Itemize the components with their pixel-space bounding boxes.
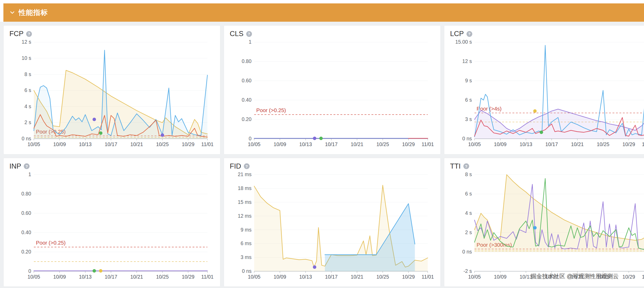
fid-chart-canvas[interactable]: 0 ns3 ms6 ms9 ms12 ms15 ms18 ms21 ms10/0…: [229, 171, 436, 286]
metric-card-lcp: LCP ? 0 ns3 s6 s9 s12 s15.00 s10/0510/09…: [444, 25, 644, 154]
svg-text:10/13: 10/13: [299, 274, 312, 280]
card-header: INP ?: [9, 162, 215, 170]
svg-text:10/05: 10/05: [468, 274, 481, 280]
svg-text:10/09: 10/09: [494, 142, 507, 147]
svg-text:10/25: 10/25: [376, 274, 389, 280]
card-header: FID ?: [230, 162, 436, 170]
svg-text:10/29: 10/29: [182, 142, 194, 147]
svg-text:2 s: 2 s: [465, 230, 472, 235]
svg-text:11/01: 11/01: [422, 142, 434, 147]
svg-text:10/25: 10/25: [597, 142, 609, 147]
svg-text:11/01: 11/01: [642, 274, 644, 280]
fcp-chart-canvas[interactable]: 0 ns2 s4 s6 s8 s10 s12 s10/0510/0910/131…: [8, 38, 215, 153]
svg-text:12 ms: 12 ms: [238, 213, 252, 218]
svg-text:10/17: 10/17: [325, 274, 337, 280]
svg-text:10/25: 10/25: [156, 274, 169, 280]
svg-text:10/21: 10/21: [571, 142, 584, 147]
help-icon[interactable]: ?: [26, 31, 32, 37]
chevron-down-icon: [10, 10, 15, 15]
svg-text:10/05: 10/05: [248, 142, 260, 147]
svg-text:1: 1: [249, 39, 252, 45]
svg-text:10/25: 10/25: [156, 142, 169, 147]
cls-chart-canvas[interactable]: 00.200.400.600.80110/0510/0910/1310/1710…: [229, 38, 436, 153]
svg-text:10/05: 10/05: [468, 142, 481, 147]
svg-text:10/13: 10/13: [79, 142, 91, 147]
svg-text:0 ns: 0 ns: [462, 249, 472, 255]
svg-text:10/09: 10/09: [274, 274, 286, 280]
chart-title: TTI: [450, 162, 461, 170]
svg-text:10/09: 10/09: [274, 142, 286, 147]
svg-text:10/17: 10/17: [105, 142, 117, 147]
chart-title: LCP: [450, 30, 464, 38]
help-icon[interactable]: ?: [244, 163, 250, 169]
help-icon[interactable]: ?: [463, 163, 469, 169]
metric-card-fcp: FCP ? 0 ns2 s4 s6 s8 s10 s12 s10/0510/09…: [3, 25, 220, 154]
svg-text:4 s: 4 s: [465, 210, 472, 216]
svg-text:11/01: 11/01: [642, 142, 644, 147]
svg-text:10/29: 10/29: [623, 142, 635, 147]
svg-text:8 s: 8 s: [465, 172, 472, 177]
svg-text:3 s: 3 s: [465, 117, 472, 122]
svg-text:12 s: 12 s: [462, 59, 472, 64]
svg-text:10/05: 10/05: [27, 142, 40, 147]
svg-text:11/01: 11/01: [422, 274, 434, 280]
help-icon[interactable]: ?: [246, 31, 252, 37]
metric-card-fid: FID ? 0 ns3 ms6 ms9 ms12 ms15 ms18 ms21 …: [224, 158, 441, 287]
svg-text:Poor (>0.25): Poor (>0.25): [36, 240, 66, 246]
svg-text:10/29: 10/29: [402, 142, 415, 147]
svg-text:0.20: 0.20: [242, 117, 252, 122]
svg-text:10/29: 10/29: [182, 274, 194, 280]
svg-text:0.60: 0.60: [242, 78, 252, 83]
svg-text:10/17: 10/17: [105, 274, 117, 280]
metric-card-inp: INP ? 00.200.400.600.80110/0510/0910/131…: [3, 158, 220, 287]
svg-text:6 s: 6 s: [465, 97, 472, 103]
svg-text:10/29: 10/29: [623, 274, 635, 280]
svg-text:0.40: 0.40: [242, 97, 252, 103]
svg-text:10/09: 10/09: [53, 274, 66, 280]
metric-card-tti: TTI ? -2 s0 ns2 s4 s6 s8 s10/0510/0910/1…: [444, 158, 644, 287]
svg-text:10/13: 10/13: [299, 142, 312, 147]
svg-text:10/17: 10/17: [545, 142, 558, 147]
help-icon[interactable]: ?: [467, 31, 472, 37]
svg-text:8 s: 8 s: [25, 72, 31, 77]
svg-text:10/21: 10/21: [351, 142, 363, 147]
svg-text:11/01: 11/01: [201, 142, 214, 147]
svg-text:6 ms: 6 ms: [241, 241, 252, 246]
svg-text:4 s: 4 s: [25, 104, 31, 109]
section-header[interactable]: 性能指标: [3, 3, 644, 22]
card-header: LCP ?: [450, 30, 644, 38]
svg-text:0: 0: [28, 268, 31, 274]
svg-text:10/13: 10/13: [520, 142, 532, 147]
svg-text:0 ns: 0 ns: [462, 136, 472, 141]
svg-text:0.60: 0.60: [21, 210, 31, 216]
svg-text:0: 0: [249, 136, 252, 141]
inp-chart-canvas[interactable]: 00.200.400.600.80110/0510/0910/1310/1710…: [8, 171, 215, 286]
svg-text:6 s: 6 s: [25, 88, 31, 93]
help-icon[interactable]: ?: [24, 163, 30, 169]
svg-text:11/01: 11/01: [201, 274, 214, 280]
svg-text:Poor (>0.25): Poor (>0.25): [256, 107, 286, 113]
chart-title: FCP: [9, 30, 24, 38]
svg-text:15 ms: 15 ms: [238, 199, 252, 205]
svg-text:1: 1: [28, 172, 31, 177]
metric-card-cls: CLS ? 00.200.400.600.80110/0510/0910/131…: [224, 25, 441, 154]
svg-text:10/05: 10/05: [248, 274, 260, 280]
svg-text:0.80: 0.80: [242, 59, 252, 64]
svg-text:3 ms: 3 ms: [241, 255, 252, 260]
svg-text:10/17: 10/17: [325, 142, 337, 147]
watermark: 掘金技术社区 @可观测性用观测云: [531, 272, 618, 280]
section-title: 性能指标: [19, 8, 48, 17]
svg-text:10/05: 10/05: [27, 274, 40, 280]
svg-text:10/21: 10/21: [351, 274, 363, 280]
card-header: FCP ?: [9, 30, 215, 38]
svg-text:10/09: 10/09: [494, 274, 507, 280]
card-header: TTI ?: [450, 162, 644, 170]
lcp-chart-canvas[interactable]: 0 ns3 s6 s9 s12 s15.00 s10/0510/0910/131…: [449, 38, 644, 153]
chart-title: FID: [230, 162, 241, 170]
tti-chart-canvas[interactable]: -2 s0 ns2 s4 s6 s8 s10/0510/0910/1310/17…: [449, 171, 644, 286]
svg-text:10/13: 10/13: [79, 274, 91, 280]
svg-text:12 s: 12 s: [22, 39, 31, 45]
svg-text:18 ms: 18 ms: [238, 186, 252, 191]
chart-title: CLS: [230, 30, 244, 38]
card-header: CLS ?: [230, 30, 436, 38]
